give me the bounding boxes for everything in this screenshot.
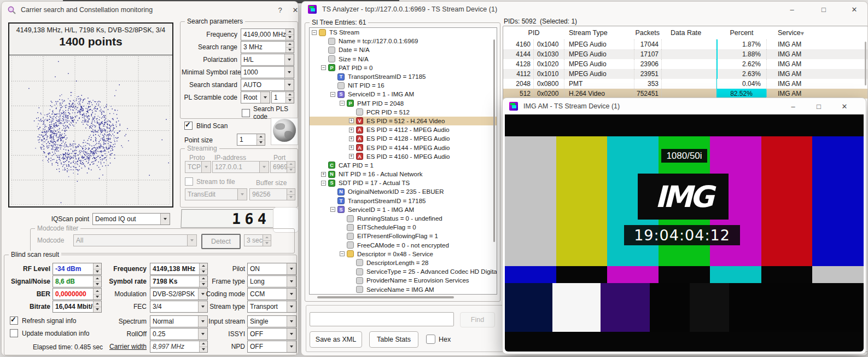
collapse-icon[interactable]: − xyxy=(321,65,326,70)
pid-row-4160[interactable]: 41600x1040MPEG Audio170441.87%IMG AM xyxy=(503,39,867,49)
spin-down-icon[interactable] xyxy=(263,241,271,246)
dropdown-arrow-icon[interactable] xyxy=(287,316,296,327)
find-button[interactable]: Find xyxy=(460,312,495,327)
port-spinner[interactable]: 6969 xyxy=(270,161,295,173)
bitrate-spinner[interactable]: 16,044 Mbit/s xyxy=(53,301,102,313)
tree-item-serviceid[interactable]: −SServiceID = 1 - IMG AM xyxy=(310,205,497,214)
tree-item-date[interactable]: Date = N/A xyxy=(310,45,497,54)
dropdown-arrow-icon[interactable] xyxy=(284,79,294,90)
find-input[interactable] xyxy=(310,312,454,326)
expand-icon[interactable]: + xyxy=(321,172,326,177)
dropdown-arrow-icon[interactable] xyxy=(287,301,296,312)
stream-type-dropdown[interactable]: Transport xyxy=(247,301,296,313)
tree-item-descriptorlength[interactable]: DescriptorLength = 28 xyxy=(310,258,497,267)
spin-down-icon[interactable] xyxy=(287,195,295,200)
col-service-header[interactable]: Service ▾ xyxy=(767,26,860,39)
maximize-button[interactable]: □ xyxy=(815,3,832,15)
tree-item-servicename[interactable]: ServiceName = IMG AM xyxy=(310,285,497,293)
tree-item-eitscheduleflag[interactable]: EITScheduleFlag = 0 xyxy=(310,223,497,232)
spin-up-icon[interactable] xyxy=(286,92,294,98)
dropdown-arrow-icon[interactable] xyxy=(284,67,294,78)
search-pls-code-checkbox[interactable] xyxy=(242,109,250,117)
dropdown-arrow-icon[interactable] xyxy=(287,329,296,339)
minimize-button[interactable]: – xyxy=(785,100,801,112)
pid-table-scrollbar[interactable] xyxy=(865,42,866,85)
coding-mode-dropdown[interactable]: CCM xyxy=(247,288,296,300)
blind-scan-checkbox[interactable] xyxy=(184,122,193,130)
dropdown-arrow-icon[interactable] xyxy=(187,235,196,246)
maximize-button[interactable]: □ xyxy=(811,100,827,112)
signal-noise-spinner[interactable]: 8,6 dB xyxy=(53,275,102,287)
col-packets-header[interactable]: Packets xyxy=(634,26,662,39)
expand-icon[interactable]: + xyxy=(349,128,354,133)
sort-descending-icon[interactable]: ▾ xyxy=(801,29,804,37)
pid-row-4112[interactable]: 41120x1010MPEG Audio239512.63%IMG AM xyxy=(503,69,867,79)
detect-interval-spinner[interactable]: 3 sec xyxy=(244,234,271,246)
issyi-dropdown[interactable]: OFF xyxy=(247,328,296,340)
tree-vertical-scrollbar[interactable] xyxy=(493,39,495,242)
si-tree[interactable]: −TS StreamName = tcp://127.0.0.1:6969Dat… xyxy=(309,27,497,295)
spin-up-icon[interactable] xyxy=(286,29,294,35)
ip-address-dropdown[interactable]: 127.0.0.1 xyxy=(212,161,269,173)
tree-item-transportstreamid[interactable]: TTransportStreamID = 17185 xyxy=(310,72,497,81)
stream-to-file-checkbox[interactable] xyxy=(185,177,193,186)
tree-item-size[interactable]: Size = N/A xyxy=(310,55,497,64)
spin-up-icon[interactable] xyxy=(287,189,295,195)
dropdown-arrow-icon[interactable] xyxy=(287,263,296,274)
input-stream-dropdown[interactable]: Single xyxy=(247,315,296,327)
tree-item-pat-pid[interactable]: −PPAT PID = 0 xyxy=(310,64,497,72)
tree-item-freecamode[interactable]: FreeCAMode = 0 - not encrypted xyxy=(310,241,497,250)
collapse-icon[interactable]: − xyxy=(312,30,317,35)
dropdown-arrow-icon[interactable] xyxy=(260,92,270,103)
spinner-buttons[interactable] xyxy=(257,134,265,145)
dropdown-arrow-icon[interactable] xyxy=(237,189,247,200)
tree-item-nit-pid[interactable]: +NNIT PID = 16 - Actual Network xyxy=(310,170,497,178)
tree-item-eitpresentfollowingflag[interactable]: EITPresentFollowingFlag = 1 xyxy=(310,232,497,240)
spin-up-icon[interactable] xyxy=(263,235,271,241)
pid-row-4128[interactable]: 41280x1020MPEG Audio239062.62%IMG AM xyxy=(503,59,867,69)
spin-down-icon[interactable] xyxy=(286,48,294,53)
spinner-buttons[interactable] xyxy=(263,235,271,246)
close-button[interactable]: ✕ xyxy=(836,100,853,112)
carrier-titlebar[interactable]: Carrier search and Constellation monitor… xyxy=(2,2,298,18)
spinner-buttons[interactable] xyxy=(287,189,295,200)
tree-item-es-pid[interactable]: +AES PID = 4128 - MPEG Audio xyxy=(310,134,497,143)
spin-up-icon[interactable] xyxy=(257,134,265,140)
expand-icon[interactable]: + xyxy=(349,145,354,150)
collapse-icon[interactable]: − xyxy=(330,92,335,97)
tree-item-cat-pid[interactable]: CCAT PID = 1 xyxy=(310,161,497,170)
col-stream-type-header[interactable]: Stream Type xyxy=(564,26,634,39)
tree-item-ts-stream[interactable]: −TS Stream xyxy=(310,28,497,37)
point-size-spinner[interactable]: 1 xyxy=(237,134,265,146)
video-titlebar[interactable]: IMG AM - TS Stream Device (1) – □ ✕ xyxy=(503,98,866,114)
spinner-buttons[interactable] xyxy=(286,92,294,103)
collapse-icon[interactable]: − xyxy=(340,101,345,106)
tree-item-transportstreamid[interactable]: TTransportStreamID = 17185 xyxy=(310,197,497,205)
close-button[interactable]: ✕ xyxy=(846,3,863,15)
dropdown-arrow-icon[interactable] xyxy=(201,162,211,172)
expand-icon[interactable]: + xyxy=(349,118,354,123)
expand-icon[interactable]: + xyxy=(349,154,354,159)
help-button[interactable]: ? xyxy=(272,4,288,16)
pl-scramble-code-value-spinner[interactable]: 1 xyxy=(271,91,294,103)
dropdown-arrow-icon[interactable] xyxy=(284,54,294,65)
tree-item-es-pid[interactable]: +VES PID = 512 - H.264 Video xyxy=(310,117,497,125)
proto-dropdown[interactable]: TCP xyxy=(185,161,211,173)
col-pid-header[interactable]: PID xyxy=(503,26,564,39)
col-percent-header[interactable]: Percent xyxy=(716,26,767,39)
dropdown-arrow-icon[interactable] xyxy=(287,276,296,287)
tree-item-name[interactable]: Name = tcp://127.0.0.1:6969 xyxy=(310,37,497,45)
spin-up-icon[interactable] xyxy=(287,162,295,168)
tree-item-es-pid[interactable]: +AES PID = 4112 - MPEG Audio xyxy=(310,125,497,134)
buffer-size-spinner[interactable]: 96256 xyxy=(249,188,295,200)
spin-down-icon[interactable] xyxy=(286,35,294,41)
tree-item-originalnetworkid[interactable]: NOriginalNetworkID = 235 - EBUER xyxy=(310,187,497,196)
tree-item-eit-pid[interactable]: +EEIT PID = 18 - Actual TS, Present/Foll… xyxy=(310,294,497,295)
tree-horizontal-scrollbar[interactable] xyxy=(317,296,454,298)
tree-item-serviceid[interactable]: −SServiceID = 1 - IMG AM xyxy=(310,90,497,99)
search-standard-dropdown[interactable]: AUTO xyxy=(241,79,294,91)
spinner-buttons[interactable] xyxy=(286,29,294,40)
col-data-rate-header[interactable]: Data Rate xyxy=(662,26,716,39)
minimal-symbol-rate-dropdown[interactable]: 1000 xyxy=(241,66,294,78)
spinner-buttons[interactable] xyxy=(286,42,294,53)
